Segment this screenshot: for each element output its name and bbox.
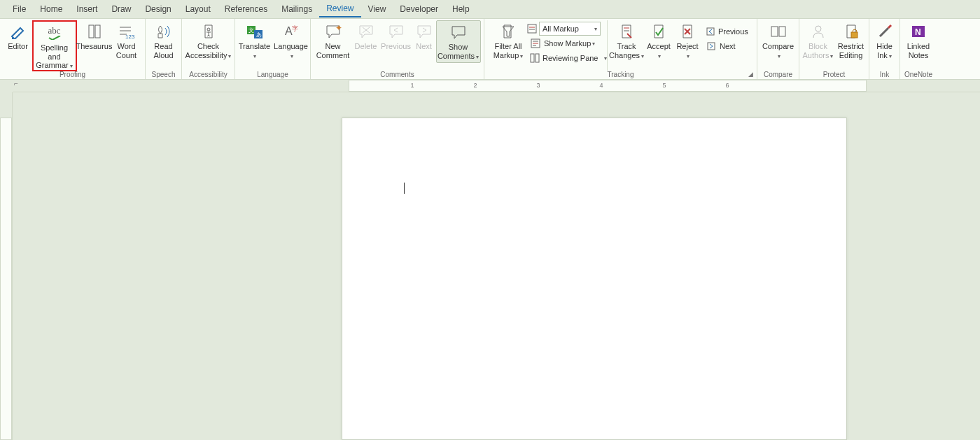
previous-comment-label: Previous xyxy=(381,42,411,62)
editor-button[interactable]: Editor xyxy=(4,20,32,62)
read-aloud-button[interactable]: Read Aloud xyxy=(148,20,180,62)
svg-text:文: 文 xyxy=(248,27,254,34)
tab-insert[interactable]: Insert xyxy=(69,1,104,17)
svg-rect-1 xyxy=(95,25,100,38)
new-comment-label: New Comment xyxy=(316,42,351,62)
previous-change-label: Previous xyxy=(718,27,748,36)
group-compare-label: Compare xyxy=(757,71,799,78)
group-ink-label: Ink xyxy=(869,71,899,78)
block-authors-icon xyxy=(811,22,826,41)
reject-button[interactable]: Reject▾ xyxy=(673,20,701,62)
translate-icon: 文あ xyxy=(246,22,263,41)
svg-rect-29 xyxy=(707,28,714,35)
group-proofing-label: Proofing xyxy=(0,71,145,78)
block-authors-button[interactable]: Block Authors▾ xyxy=(802,20,835,62)
reviewing-pane-icon xyxy=(530,52,540,64)
track-changes-icon xyxy=(619,22,634,41)
reject-icon xyxy=(680,22,694,41)
accept-icon xyxy=(652,22,666,41)
accept-button[interactable]: Accept▾ xyxy=(644,20,673,62)
ruler-mark: 2 xyxy=(473,82,477,89)
reject-label: Reject▾ xyxy=(676,42,698,62)
delete-comment-button[interactable]: Delete xyxy=(352,20,380,62)
svg-text:✦: ✦ xyxy=(335,24,342,33)
restrict-editing-button[interactable]: Restrict Editing xyxy=(835,20,867,62)
reviewing-pane-button[interactable]: Reviewing Pane ▾ xyxy=(527,51,604,65)
show-markup-button[interactable]: Show Markup▾ xyxy=(527,36,604,50)
hide-ink-button[interactable]: Hide Ink▾ xyxy=(871,20,899,62)
group-tracking-label: Tracking xyxy=(484,71,757,78)
tab-references[interactable]: References xyxy=(218,1,274,17)
show-comments-label: Show Comments▾ xyxy=(438,43,479,62)
show-comments-button[interactable]: Show Comments▾ xyxy=(436,20,481,63)
group-accessibility: Check Accessibility▾ Accessibility xyxy=(182,19,235,79)
accept-label: Accept▾ xyxy=(647,42,671,62)
accessibility-icon xyxy=(202,22,216,41)
ruler-mark: 5 xyxy=(662,82,666,89)
thesaurus-button[interactable]: Thesaurus xyxy=(77,20,112,62)
translate-label: Translate▾ xyxy=(239,42,270,62)
language-icon: A字 xyxy=(284,22,299,41)
filter-icon xyxy=(500,22,516,41)
read-aloud-label: Read Aloud xyxy=(149,42,178,62)
new-comment-button[interactable]: ✦ New Comment xyxy=(314,20,352,62)
editor-label: Editor xyxy=(8,42,28,62)
tab-mailings[interactable]: Mailings xyxy=(274,1,319,17)
tab-layout[interactable]: Layout xyxy=(178,1,218,17)
document-page[interactable] xyxy=(342,118,847,440)
ruler-mark: 1 xyxy=(410,82,414,89)
spelling-label: Spelling and Grammar▾ xyxy=(35,43,74,70)
spelling-grammar-button[interactable]: abc Spelling and Grammar▾ xyxy=(32,20,77,71)
tab-design[interactable]: Design xyxy=(138,1,178,17)
linked-notes-button[interactable]: N Linked Notes xyxy=(902,20,934,62)
next-change-button[interactable]: Next xyxy=(703,39,749,53)
hide-ink-icon xyxy=(877,22,892,41)
previous-comment-button[interactable]: Previous xyxy=(380,20,412,62)
next-comment-button[interactable]: Next xyxy=(412,20,436,62)
next-comment-icon xyxy=(416,22,433,41)
group-compare: Compare▾ Compare xyxy=(757,19,799,79)
track-changes-label: Track Changes▾ xyxy=(609,42,644,62)
group-protect: Block Authors▾ Restrict Editing Protect xyxy=(799,19,869,79)
tab-home[interactable]: Home xyxy=(33,1,69,17)
ruler-h-strip: 1 2 3 4 5 6 xyxy=(349,80,867,92)
svg-rect-24 xyxy=(536,54,539,62)
previous-comment-icon xyxy=(388,22,405,41)
document-canvas[interactable] xyxy=(13,92,980,440)
tab-draw[interactable]: Draw xyxy=(104,1,138,17)
tab-developer[interactable]: Developer xyxy=(393,1,445,17)
check-accessibility-button[interactable]: Check Accessibility▾ xyxy=(184,20,233,62)
group-tracking: Filter All Markup▾ All Markup ▾ Show Mar… xyxy=(484,19,757,79)
next-change-label: Next xyxy=(720,42,736,50)
filter-markup-button[interactable]: Filter All Markup▾ xyxy=(491,20,526,62)
track-changes-button[interactable]: Track Changes▾ xyxy=(609,20,644,62)
translate-button[interactable]: 文あ Translate▾ xyxy=(237,20,273,62)
show-comments-icon xyxy=(450,23,467,41)
word-count-label: Word Count xyxy=(113,42,140,62)
editor-icon xyxy=(10,22,26,41)
ruler-horizontal[interactable]: ⌐ 1 2 3 4 5 6 xyxy=(13,80,980,92)
new-comment-icon: ✦ xyxy=(325,22,342,41)
compare-button[interactable]: Compare▾ xyxy=(760,20,797,62)
tab-file[interactable]: File xyxy=(6,1,33,17)
ruler-vertical[interactable] xyxy=(0,92,13,440)
word-count-button[interactable]: 123 Word Count xyxy=(112,20,141,62)
text-cursor xyxy=(404,183,405,194)
tab-review[interactable]: Review xyxy=(319,1,360,17)
restrict-editing-label: Restrict Editing xyxy=(836,42,866,62)
svg-text:あ: あ xyxy=(256,31,262,38)
ribbon: Editor abc Spelling and Grammar▾ Thesaur… xyxy=(0,18,980,80)
svg-point-6 xyxy=(207,28,210,31)
chevron-down-icon: ▾ xyxy=(594,26,597,32)
linked-notes-label: Linked Notes xyxy=(904,42,933,62)
language-label: Language▾ xyxy=(274,42,308,62)
svg-rect-34 xyxy=(851,32,858,38)
display-for-review-select[interactable]: All Markup ▾ xyxy=(539,22,601,36)
tab-view[interactable]: View xyxy=(361,1,393,17)
previous-change-button[interactable]: Previous xyxy=(703,24,749,38)
previous-change-icon xyxy=(706,26,715,37)
word-count-icon: 123 xyxy=(118,22,135,41)
next-change-icon xyxy=(706,41,717,52)
language-button[interactable]: A字 Language▾ xyxy=(273,20,309,62)
tab-help[interactable]: Help xyxy=(445,1,477,17)
